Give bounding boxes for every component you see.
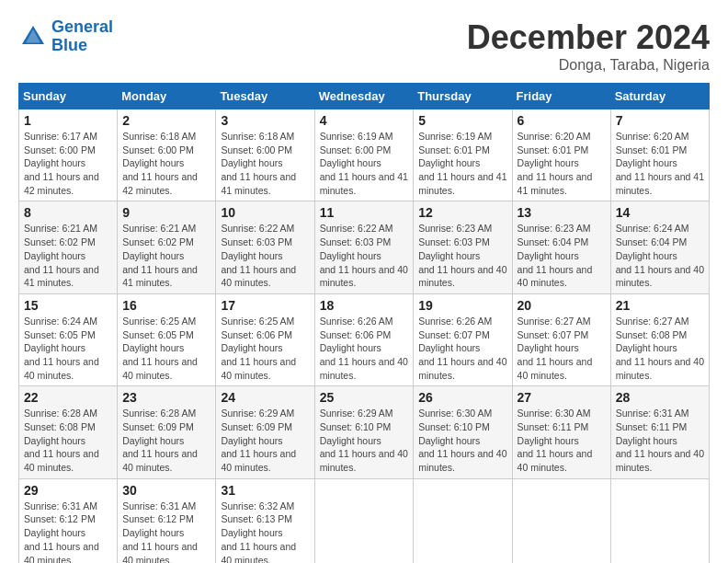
day-info: Sunrise: 6:22 AM Sunset: 6:03 PM Dayligh… [221, 222, 309, 289]
day-cell: 14 Sunrise: 6:24 AM Sunset: 6:04 PM Dayl… [610, 201, 709, 293]
logo-line2: Blue [51, 36, 87, 54]
header-sunday: Sunday [19, 84, 118, 109]
day-number: 17 [221, 298, 309, 313]
logo-text: General Blue [51, 18, 113, 55]
day-number: 20 [518, 298, 606, 313]
day-cell: 30 Sunrise: 6:31 AM Sunset: 6:12 PM Dayl… [118, 478, 216, 563]
day-info: Sunrise: 6:30 AM Sunset: 6:10 PM Dayligh… [418, 407, 506, 474]
header-monday: Monday [118, 84, 216, 109]
week-row-4: 22 Sunrise: 6:28 AM Sunset: 6:08 PM Dayl… [19, 386, 710, 478]
header-wednesday: Wednesday [314, 84, 414, 109]
day-cell: 10 Sunrise: 6:22 AM Sunset: 6:03 PM Dayl… [216, 201, 314, 293]
day-cell: 12 Sunrise: 6:23 AM Sunset: 6:03 PM Dayl… [414, 201, 512, 293]
day-number: 28 [616, 390, 704, 405]
day-number: 9 [122, 205, 210, 220]
day-cell: 31 Sunrise: 6:32 AM Sunset: 6:13 PM Dayl… [216, 478, 314, 563]
location: Donga, Taraba, Nigeria [467, 57, 710, 74]
day-cell: 27 Sunrise: 6:30 AM Sunset: 6:11 PM Dayl… [512, 386, 610, 478]
logo: General Blue [18, 18, 113, 55]
day-number: 15 [24, 298, 112, 313]
day-info: Sunrise: 6:22 AM Sunset: 6:03 PM Dayligh… [320, 222, 409, 289]
day-cell: 29 Sunrise: 6:31 AM Sunset: 6:12 PM Dayl… [19, 478, 118, 563]
day-cell: 26 Sunrise: 6:30 AM Sunset: 6:10 PM Dayl… [414, 386, 512, 478]
day-cell: 24 Sunrise: 6:29 AM Sunset: 6:09 PM Dayl… [216, 386, 314, 478]
day-info: Sunrise: 6:26 AM Sunset: 6:06 PM Dayligh… [320, 315, 409, 382]
day-info: Sunrise: 6:24 AM Sunset: 6:05 PM Dayligh… [24, 315, 112, 382]
day-number: 26 [418, 390, 506, 405]
day-number: 12 [418, 205, 506, 220]
day-info: Sunrise: 6:29 AM Sunset: 6:10 PM Dayligh… [320, 407, 409, 474]
day-number: 29 [24, 483, 112, 498]
day-info: Sunrise: 6:28 AM Sunset: 6:08 PM Dayligh… [24, 407, 112, 474]
header-saturday: Saturday [610, 84, 709, 109]
title-block: December 2024 Donga, Taraba, Nigeria [467, 18, 710, 74]
day-number: 30 [122, 483, 210, 498]
day-cell: 5 Sunrise: 6:19 AM Sunset: 6:01 PM Dayli… [414, 109, 512, 201]
day-info: Sunrise: 6:27 AM Sunset: 6:07 PM Dayligh… [518, 315, 606, 382]
day-cell: 3 Sunrise: 6:18 AM Sunset: 6:00 PM Dayli… [216, 109, 314, 201]
day-cell: 19 Sunrise: 6:26 AM Sunset: 6:07 PM Dayl… [414, 293, 512, 385]
day-cell: 2 Sunrise: 6:18 AM Sunset: 6:00 PM Dayli… [118, 109, 216, 201]
day-cell [610, 478, 709, 563]
day-number: 13 [518, 205, 606, 220]
day-number: 24 [221, 390, 309, 405]
day-cell: 15 Sunrise: 6:24 AM Sunset: 6:05 PM Dayl… [19, 293, 118, 385]
header-friday: Friday [512, 84, 610, 109]
day-cell: 4 Sunrise: 6:19 AM Sunset: 6:00 PM Dayli… [314, 109, 414, 201]
day-cell [512, 478, 610, 563]
day-info: Sunrise: 6:23 AM Sunset: 6:04 PM Dayligh… [518, 222, 606, 289]
day-number: 19 [418, 298, 506, 313]
calendar-header-row: SundayMondayTuesdayWednesdayThursdayFrid… [19, 84, 710, 109]
day-cell: 28 Sunrise: 6:31 AM Sunset: 6:11 PM Dayl… [610, 386, 709, 478]
week-row-1: 1 Sunrise: 6:17 AM Sunset: 6:00 PM Dayli… [19, 109, 710, 201]
week-row-5: 29 Sunrise: 6:31 AM Sunset: 6:12 PM Dayl… [19, 478, 710, 563]
day-cell: 7 Sunrise: 6:20 AM Sunset: 6:01 PM Dayli… [610, 109, 709, 201]
day-number: 23 [122, 390, 210, 405]
month-title: December 2024 [467, 18, 710, 57]
week-row-2: 8 Sunrise: 6:21 AM Sunset: 6:02 PM Dayli… [19, 201, 710, 293]
day-number: 21 [616, 298, 704, 313]
day-cell: 9 Sunrise: 6:21 AM Sunset: 6:02 PM Dayli… [118, 201, 216, 293]
day-cell: 25 Sunrise: 6:29 AM Sunset: 6:10 PM Dayl… [314, 386, 414, 478]
header-thursday: Thursday [414, 84, 512, 109]
day-info: Sunrise: 6:17 AM Sunset: 6:00 PM Dayligh… [24, 130, 112, 197]
day-info: Sunrise: 6:24 AM Sunset: 6:04 PM Dayligh… [616, 222, 704, 289]
day-cell: 6 Sunrise: 6:20 AM Sunset: 6:01 PM Dayli… [512, 109, 610, 201]
day-number: 10 [221, 205, 309, 220]
day-number: 18 [320, 298, 409, 313]
day-cell: 20 Sunrise: 6:27 AM Sunset: 6:07 PM Dayl… [512, 293, 610, 385]
day-info: Sunrise: 6:18 AM Sunset: 6:00 PM Dayligh… [122, 130, 210, 197]
day-number: 31 [221, 483, 309, 498]
day-info: Sunrise: 6:32 AM Sunset: 6:13 PM Dayligh… [221, 500, 309, 563]
day-cell: 11 Sunrise: 6:22 AM Sunset: 6:03 PM Dayl… [314, 201, 414, 293]
day-number: 5 [418, 113, 506, 128]
day-number: 16 [122, 298, 210, 313]
day-cell: 22 Sunrise: 6:28 AM Sunset: 6:08 PM Dayl… [19, 386, 118, 478]
day-info: Sunrise: 6:25 AM Sunset: 6:05 PM Dayligh… [122, 315, 210, 382]
day-cell [314, 478, 414, 563]
day-info: Sunrise: 6:31 AM Sunset: 6:12 PM Dayligh… [122, 500, 210, 563]
day-info: Sunrise: 6:25 AM Sunset: 6:06 PM Dayligh… [221, 315, 309, 382]
day-cell: 21 Sunrise: 6:27 AM Sunset: 6:08 PM Dayl… [610, 293, 709, 385]
day-number: 22 [24, 390, 112, 405]
day-number: 14 [616, 205, 704, 220]
day-cell [414, 478, 512, 563]
page-header: General Blue December 2024 Donga, Taraba… [18, 18, 710, 74]
day-info: Sunrise: 6:18 AM Sunset: 6:00 PM Dayligh… [221, 130, 309, 197]
day-info: Sunrise: 6:21 AM Sunset: 6:02 PM Dayligh… [24, 222, 112, 289]
day-number: 25 [320, 390, 409, 405]
day-cell: 8 Sunrise: 6:21 AM Sunset: 6:02 PM Dayli… [19, 201, 118, 293]
day-cell: 16 Sunrise: 6:25 AM Sunset: 6:05 PM Dayl… [118, 293, 216, 385]
day-cell: 18 Sunrise: 6:26 AM Sunset: 6:06 PM Dayl… [314, 293, 414, 385]
day-info: Sunrise: 6:19 AM Sunset: 6:01 PM Dayligh… [418, 130, 506, 197]
day-info: Sunrise: 6:31 AM Sunset: 6:11 PM Dayligh… [616, 407, 704, 474]
day-number: 3 [221, 113, 309, 128]
day-info: Sunrise: 6:28 AM Sunset: 6:09 PM Dayligh… [122, 407, 210, 474]
day-number: 11 [320, 205, 409, 220]
day-info: Sunrise: 6:31 AM Sunset: 6:12 PM Dayligh… [24, 500, 112, 563]
day-cell: 17 Sunrise: 6:25 AM Sunset: 6:06 PM Dayl… [216, 293, 314, 385]
day-info: Sunrise: 6:23 AM Sunset: 6:03 PM Dayligh… [418, 222, 506, 289]
day-info: Sunrise: 6:29 AM Sunset: 6:09 PM Dayligh… [221, 407, 309, 474]
day-info: Sunrise: 6:27 AM Sunset: 6:08 PM Dayligh… [616, 315, 704, 382]
day-number: 27 [518, 390, 606, 405]
